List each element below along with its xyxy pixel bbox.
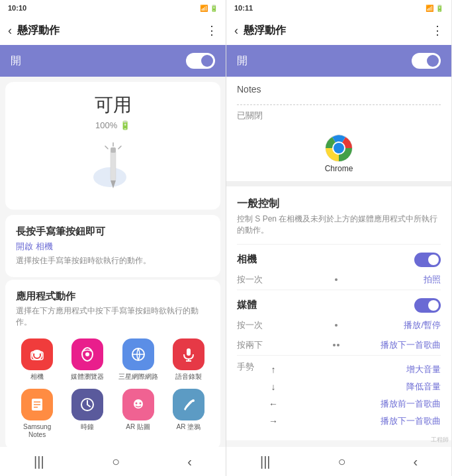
list-item[interactable]: Samsung Notes [16, 389, 58, 439]
pen-icon [87, 141, 140, 194]
gesture-section: 手勢 ↑ 增大音量 ↓ 降低音量 ← 播放前一首歌曲 [237, 355, 441, 430]
samsung-notes-label: Samsung Notes [16, 423, 58, 439]
right-time: 10:11 [234, 4, 253, 12]
left-toggle-switch[interactable] [186, 53, 215, 69]
chrome-section: Chrome [226, 124, 451, 181]
right-menu-button[interactable]: ⋮ [431, 23, 443, 38]
press-section: 長按手寫筆按鈕即可 開啟 相機 選擇按住手寫筆按鈕時欲執行的動作。 [5, 215, 220, 277]
svg-line-6 [118, 146, 121, 149]
gesture-down-value: 降低音量 [283, 381, 441, 393]
list-item[interactable]: 媒體瀏覽器 [66, 338, 109, 381]
camera-once-value: 拍照 [343, 274, 441, 286]
svg-point-11 [85, 352, 89, 356]
pen-illustration [16, 141, 210, 194]
svg-rect-3 [111, 147, 116, 153]
left-menu-button[interactable]: ⋮ [206, 23, 218, 38]
list-item[interactable]: 三星網際網路 [117, 338, 159, 381]
left-page-title: 懸浮動作 [17, 24, 206, 38]
gesture-left-arrow: ← [263, 399, 283, 409]
right-content: Notes 已關閉 [226, 77, 451, 447]
press-desc: 選擇按住手寫筆按鈕時欲執行的動作。 [16, 255, 210, 266]
right-panel: 10:11 📶 🔋 ‹ 懸浮動作 ⋮ 開 Notes 已關閉 [226, 0, 451, 476]
ar-paint-label: AR 塗鴉 [177, 423, 201, 431]
right-toggle-switch[interactable] [412, 53, 441, 69]
gesture-label: 手勢 [237, 361, 263, 373]
list-item[interactable]: AR 塗鴉 [167, 389, 210, 439]
left-toggle-label: 開 [11, 54, 21, 68]
dotted-divider [237, 104, 441, 105]
media-twice-label: 按兩下 [237, 339, 333, 351]
app-actions-title: 應用程式動作 [16, 290, 210, 303]
closed-divider-area: 已關閉 [226, 102, 451, 124]
media-toggle[interactable] [414, 298, 441, 313]
svg-point-31 [334, 143, 344, 153]
camera-icon [21, 338, 53, 370]
press-link[interactable]: 開啟 相機 [16, 241, 210, 253]
camera-once-dots [335, 278, 338, 281]
svg-line-23 [87, 405, 90, 407]
general-control-section: 一般控制 控制 S Pen 在相機及未列於上方的媒體應用程式中所執行的動作。 相… [226, 186, 451, 440]
available-title: 可用 [16, 93, 210, 118]
right-toggle-bar: 開 [226, 45, 451, 77]
media-feature-title: 媒體 [237, 299, 257, 311]
left-back-button[interactable]: ‹ [8, 24, 12, 38]
media-feature-row: 媒體 [237, 290, 441, 315]
left-signal-icon: 📶 [200, 5, 208, 12]
gesture-list: ↑ 增大音量 ↓ 降低音量 ← 播放前一首歌曲 → [263, 361, 441, 430]
left-nav-menu[interactable]: ||| [34, 454, 44, 469]
right-back-button[interactable]: ‹ [234, 24, 238, 38]
chrome-label: Chrome [325, 164, 353, 173]
ar-sticker-label: AR 貼圖 [126, 423, 150, 431]
svg-line-5 [105, 146, 108, 149]
left-toggle-bar: 開 [0, 45, 226, 77]
list-item[interactable]: 時鐘 [66, 389, 109, 439]
list-item[interactable]: 語音錄製 [167, 338, 210, 381]
media-once-label: 按一次 [237, 319, 335, 331]
right-nav-menu[interactable]: ||| [260, 454, 271, 469]
camera-label: 相機 [30, 373, 44, 381]
internet-icon [122, 338, 154, 370]
notes-label: Notes [237, 84, 261, 95]
left-status-bar: 10:10 📶 🔋 [0, 0, 226, 16]
media-action-once: 按一次 播放/暫停 [237, 315, 441, 335]
media-label: 媒體瀏覽器 [71, 373, 104, 381]
available-card: 可用 100% 🔋 [5, 82, 220, 210]
press-title: 長按手寫筆按鈕即可 [16, 225, 210, 238]
app-actions-section: 應用程式動作 選擇在下方應用程式中按下手寫筆按鈕時欲執行的動作。 相機 媒體瀏覽… [5, 280, 220, 447]
internet-label: 三星網際網路 [118, 373, 158, 381]
camera-toggle[interactable] [414, 253, 441, 267]
ar-paint-icon [173, 389, 204, 420]
right-nav-home[interactable]: ○ [338, 454, 345, 469]
left-nav-home[interactable]: ○ [112, 454, 120, 469]
list-item[interactable]: AR 貼圖 [117, 389, 159, 439]
gesture-up-value: 增大音量 [283, 364, 441, 376]
samsung-notes-icon [21, 389, 53, 420]
svg-point-25 [135, 403, 137, 405]
notes-section: Notes [226, 77, 451, 102]
right-bottom-nav: ||| ○ ‹ [226, 447, 451, 476]
chrome-icon [323, 132, 355, 164]
ar-sticker-icon [122, 389, 154, 420]
voice-label: 語音錄製 [175, 373, 202, 381]
media-once-value: 播放/暫停 [343, 319, 441, 331]
media-icon [71, 338, 103, 370]
left-time: 10:10 [8, 4, 26, 12]
right-signal-icon: 📶 [426, 5, 433, 12]
media-action-twice: 按兩下 播放下一首歌曲 [237, 335, 441, 355]
list-item[interactable]: 相機 [16, 338, 58, 381]
gesture-up: ↑ 增大音量 [263, 361, 441, 378]
left-battery-icon: 🔋 [210, 5, 218, 12]
left-nav-back[interactable]: ‹ [187, 454, 192, 469]
app-actions-desc: 選擇在下方應用程式中按下手寫筆按鈕時欲執行的動作。 [16, 305, 210, 328]
right-nav-back[interactable]: ‹ [413, 454, 418, 469]
svg-rect-14 [187, 348, 191, 356]
right-status-icons: 📶 🔋 [426, 5, 443, 12]
right-status-bar: 10:11 📶 🔋 [226, 0, 451, 16]
gesture-down-arrow: ↓ [263, 381, 283, 392]
left-status-icons: 📶 🔋 [200, 5, 218, 12]
gesture-left: ← 播放前一首歌曲 [263, 395, 441, 413]
voice-icon [173, 338, 204, 370]
clock-label: 時鐘 [81, 423, 94, 431]
svg-rect-1 [111, 151, 116, 180]
camera-feature-title: 相機 [237, 253, 257, 266]
